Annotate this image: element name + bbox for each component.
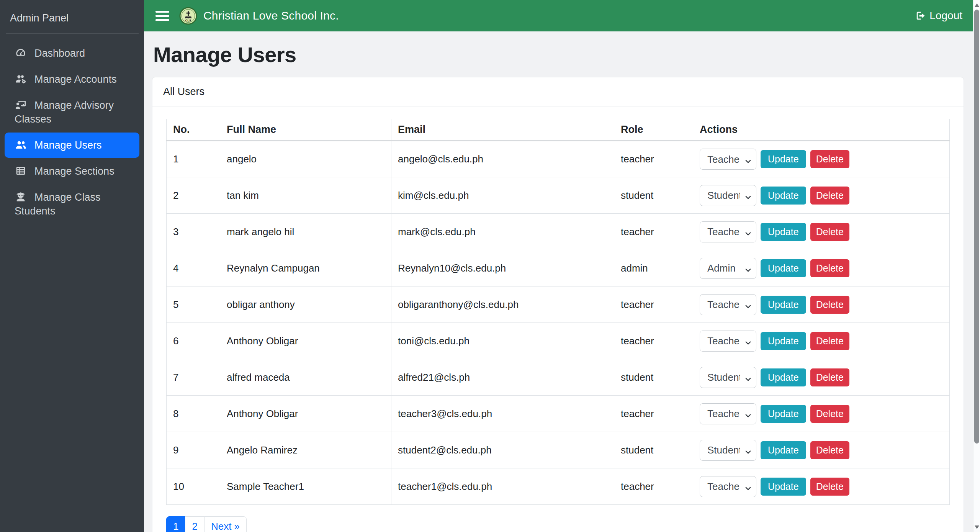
- page-item-1[interactable]: 1: [166, 516, 185, 532]
- logout-button[interactable]: Logout: [915, 10, 962, 22]
- sidebar-item-manage-accounts[interactable]: Manage Accounts: [5, 67, 139, 92]
- role-select[interactable]: TeacherStudentAdmin: [700, 185, 756, 206]
- delete-button[interactable]: Delete: [810, 405, 849, 423]
- cell-full-name: obligar anthony: [220, 286, 391, 323]
- role-select-wrap: TeacherStudentAdmin: [700, 403, 756, 424]
- delete-button[interactable]: Delete: [810, 223, 849, 241]
- delete-button[interactable]: Delete: [810, 150, 849, 168]
- table-row: 2 tan kim kim@cls.edu.ph student Teacher…: [167, 177, 950, 214]
- role-select[interactable]: TeacherStudentAdmin: [700, 331, 756, 352]
- cell-no: 3: [167, 214, 220, 250]
- cell-role: teacher: [614, 141, 693, 177]
- cell-no: 5: [167, 286, 220, 323]
- delete-button[interactable]: Delete: [810, 332, 849, 350]
- delete-button[interactable]: Delete: [810, 478, 849, 496]
- topbar: CLS Christian Love School Inc. Logout: [144, 0, 973, 31]
- update-button[interactable]: Update: [761, 368, 806, 386]
- cell-full-name: angelo: [220, 141, 391, 177]
- cell-actions: TeacherStudentAdmin Update Delete: [693, 250, 950, 286]
- delete-button[interactable]: Delete: [810, 441, 849, 459]
- scrollbar[interactable]: [973, 0, 980, 532]
- scroll-up-icon[interactable]: [973, 1, 980, 9]
- cell-role: student: [614, 359, 693, 396]
- cell-full-name: Reynalyn Campugan: [220, 250, 391, 286]
- update-button[interactable]: Update: [761, 259, 806, 277]
- cell-role: teacher: [614, 214, 693, 250]
- cell-full-name: Anthony Obligar: [220, 323, 391, 359]
- role-select-wrap: TeacherStudentAdmin: [700, 258, 756, 279]
- header-full-name: Full Name: [220, 119, 391, 141]
- cell-role: student: [614, 432, 693, 468]
- page-title: Manage Users: [153, 42, 964, 67]
- role-select[interactable]: TeacherStudentAdmin: [700, 258, 756, 279]
- cell-email: toni@cls.edu.ph: [391, 323, 614, 359]
- cell-email: alfred21@cls.ph: [391, 359, 614, 396]
- update-button[interactable]: Update: [761, 478, 806, 496]
- update-button[interactable]: Update: [761, 332, 806, 350]
- role-select-wrap: TeacherStudentAdmin: [700, 367, 756, 388]
- role-select-wrap: TeacherStudentAdmin: [700, 221, 756, 242]
- sidebar-item-manage-sections[interactable]: Manage Sections: [5, 159, 139, 184]
- update-button[interactable]: Update: [761, 187, 806, 205]
- cell-no: 10: [167, 468, 220, 505]
- chalkboard-teacher-icon: [15, 99, 28, 111]
- role-select-wrap: TeacherStudentAdmin: [700, 294, 756, 315]
- table-row: 9 Angelo Ramirez student2@cls.edu.ph stu…: [167, 432, 950, 468]
- page-item-next[interactable]: Next »: [204, 516, 247, 532]
- delete-button[interactable]: Delete: [810, 187, 849, 205]
- brand-title: Christian Love School Inc.: [203, 9, 339, 22]
- menu-icon[interactable]: [155, 11, 169, 21]
- role-select[interactable]: TeacherStudentAdmin: [700, 476, 756, 497]
- cell-no: 4: [167, 250, 220, 286]
- delete-button[interactable]: Delete: [810, 368, 849, 386]
- sidebar-item-dashboard[interactable]: Dashboard: [5, 41, 139, 66]
- sidebar-item-manage-users[interactable]: Manage Users: [5, 133, 139, 158]
- header-role: Role: [614, 119, 693, 141]
- users-table: No. Full Name Email Role Actions 1 angel…: [166, 119, 950, 505]
- cell-email: angelo@cls.edu.ph: [391, 141, 614, 177]
- cell-actions: TeacherStudentAdmin Update Delete: [693, 359, 950, 396]
- page-item-2[interactable]: 2: [185, 516, 204, 532]
- scrollbar-thumb[interactable]: [974, 10, 979, 444]
- update-button[interactable]: Update: [761, 441, 806, 459]
- role-select[interactable]: TeacherStudentAdmin: [700, 294, 756, 315]
- cell-email: mark@cls.edu.ph: [391, 214, 614, 250]
- update-button[interactable]: Update: [761, 296, 806, 314]
- cell-full-name: Angelo Ramirez: [220, 432, 391, 468]
- delete-button[interactable]: Delete: [810, 259, 849, 277]
- table-row: 7 alfred maceda alfred21@cls.ph student …: [167, 359, 950, 396]
- role-select[interactable]: TeacherStudentAdmin: [700, 403, 756, 424]
- cell-full-name: mark angelo hil: [220, 214, 391, 250]
- sidebar-item-manage-advisory-classes[interactable]: Manage Advisory Classes: [5, 93, 139, 132]
- cell-actions: TeacherStudentAdmin Update Delete: [693, 323, 950, 359]
- header-no: No.: [167, 119, 220, 141]
- list-icon: [15, 165, 28, 177]
- table-header-row: No. Full Name Email Role Actions: [167, 119, 950, 141]
- users-icon: [15, 139, 28, 151]
- logout-label: Logout: [929, 10, 962, 22]
- sidebar-item-manage-class-students[interactable]: Manage Class Students: [5, 185, 139, 224]
- delete-button[interactable]: Delete: [810, 296, 849, 314]
- cell-no: 2: [167, 177, 220, 214]
- table-row: 6 Anthony Obligar toni@cls.edu.ph teache…: [167, 323, 950, 359]
- cell-full-name: Sample Teacher1: [220, 468, 391, 505]
- table-row: 3 mark angelo hil mark@cls.edu.ph teache…: [167, 214, 950, 250]
- cell-role: admin: [614, 250, 693, 286]
- cell-actions: TeacherStudentAdmin Update Delete: [693, 432, 950, 468]
- role-select[interactable]: TeacherStudentAdmin: [700, 221, 756, 242]
- cell-no: 9: [167, 432, 220, 468]
- table-row: 4 Reynalyn Campugan Reynalyn10@cls.edu.p…: [167, 250, 950, 286]
- role-select[interactable]: TeacherStudentAdmin: [700, 149, 756, 170]
- scroll-down-icon[interactable]: [973, 523, 980, 531]
- table-row: 5 obligar anthony obligaranthony@cls.edu…: [167, 286, 950, 323]
- cell-email: student2@cls.edu.ph: [391, 432, 614, 468]
- cell-actions: TeacherStudentAdmin Update Delete: [693, 141, 950, 177]
- update-button[interactable]: Update: [761, 150, 806, 168]
- content: Manage Users All Users No. Full Name Ema…: [144, 31, 973, 532]
- role-select[interactable]: TeacherStudentAdmin: [700, 367, 756, 388]
- sidebar-divider: [6, 33, 139, 34]
- update-button[interactable]: Update: [761, 405, 806, 423]
- cell-email: kim@cls.edu.ph: [391, 177, 614, 214]
- update-button[interactable]: Update: [761, 223, 806, 241]
- role-select[interactable]: TeacherStudentAdmin: [700, 440, 756, 461]
